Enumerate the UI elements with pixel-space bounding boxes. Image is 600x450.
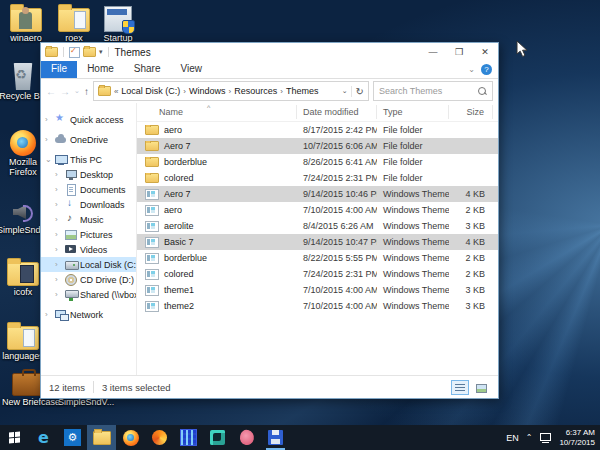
expand-chevron-icon[interactable]: › [55, 275, 62, 284]
sidebar-item[interactable]: › Downloads [41, 197, 136, 212]
taskbar-file-explorer-button[interactable] [87, 425, 116, 450]
expand-chevron-icon[interactable]: › [55, 185, 62, 194]
breadcrumb-separator[interactable]: › [280, 87, 283, 96]
taskbar-floppy-app-button[interactable] [261, 425, 290, 450]
column-header-name[interactable]: Name^ [137, 105, 297, 119]
expand-chevron-icon[interactable]: › [55, 230, 62, 239]
sidebar-item[interactable]: › Shared (\\vboxsrv) | [41, 287, 136, 302]
table-row[interactable]: theme2 7/10/2015 4:00 AM Windows Theme .… [137, 298, 498, 314]
table-row[interactable]: aerolite 8/4/2015 6:26 AM Windows Theme … [137, 218, 498, 234]
refresh-icon[interactable]: ↻ [351, 86, 364, 97]
expand-chevron-icon[interactable]: › [45, 115, 52, 124]
tab-view[interactable]: View [171, 61, 213, 78]
qat-new-folder-icon[interactable] [83, 47, 96, 57]
file-date-modified: 10/7/2015 6:06 AM [297, 141, 377, 151]
taskbar-pink-app-button[interactable] [232, 425, 261, 450]
sidebar-item[interactable]: ⌄ This PC [41, 152, 136, 167]
breadcrumb-segment[interactable]: Resources [234, 86, 277, 96]
taskbar-orange-app-button[interactable] [145, 425, 174, 450]
table-row[interactable]: Aero 7 10/7/2015 6:06 AM File folder [137, 138, 498, 154]
file-size: 3 KB [449, 221, 493, 231]
sidebar-item[interactable]: › Documents [41, 182, 136, 197]
language-indicator[interactable]: EN [506, 433, 519, 443]
file-name: theme2 [164, 301, 194, 311]
breadcrumb-segment[interactable]: Themes [286, 86, 319, 96]
expand-chevron-icon[interactable]: › [55, 245, 62, 254]
back-button[interactable]: ← [46, 86, 56, 97]
details-view-button[interactable] [451, 380, 469, 395]
sidebar-item-label: Shared (\\vboxsrv) | [80, 290, 136, 300]
expand-chevron-icon[interactable]: › [55, 170, 62, 179]
file-explorer-window: ▾ Themes — ❒ ✕ File Home Share View ⌄ ? … [40, 42, 499, 399]
column-header-type[interactable]: Type [377, 105, 449, 119]
taskbar-edge-button[interactable]: e [29, 425, 58, 450]
address-dropdown-icon[interactable]: ⌄ [342, 87, 348, 95]
file-type: Windows Theme ... [377, 237, 449, 247]
sidebar-item-icon [65, 274, 77, 285]
taskbar-firefox-button[interactable] [116, 425, 145, 450]
breadcrumb-separator[interactable]: › [183, 87, 186, 96]
column-header-size[interactable]: Size [449, 105, 493, 119]
taskbar-settings-button[interactable]: ⚙ [58, 425, 87, 450]
network-icon[interactable] [539, 432, 552, 443]
file-name: colored [164, 173, 194, 183]
sidebar-item[interactable]: › CD Drive (D:) J_CCS [41, 272, 136, 287]
sidebar-item[interactable]: › Quick access [41, 112, 136, 127]
minimize-button[interactable]: — [420, 43, 446, 61]
expand-chevron-icon[interactable]: › [55, 200, 62, 209]
breadcrumb-segment[interactable]: Windows [189, 86, 226, 96]
file-date-modified: 7/24/2015 2:31 PM [297, 173, 377, 183]
close-button[interactable]: ✕ [472, 43, 498, 61]
expand-chevron-icon[interactable]: › [45, 310, 52, 319]
taskbar-teal-app-button[interactable] [203, 425, 232, 450]
table-row[interactable]: theme1 7/10/2015 4:00 AM Windows Theme .… [137, 282, 498, 298]
qat-properties-icon[interactable] [69, 47, 80, 58]
edge-icon: e [38, 428, 49, 447]
start-button[interactable] [0, 425, 29, 450]
table-row[interactable]: aero 7/10/2015 4:00 AM Windows Theme ...… [137, 202, 498, 218]
forward-button[interactable]: → [60, 86, 70, 97]
file-name: Basic 7 [164, 237, 194, 247]
large-icons-view-button[interactable] [472, 380, 490, 395]
expand-chevron-icon[interactable]: › [45, 135, 52, 144]
breadcrumb-segment[interactable]: Local Disk (C:) [121, 86, 180, 96]
qat-customize-dropdown[interactable]: ▾ [99, 48, 103, 56]
title-bar[interactable]: ▾ Themes — ❒ ✕ [41, 43, 498, 61]
expand-chevron-icon[interactable]: › [55, 290, 62, 299]
sidebar-item[interactable]: › OneDrive [41, 132, 136, 147]
help-icon[interactable]: ? [481, 64, 492, 75]
table-row[interactable]: Aero 7 9/14/2015 10:46 PM Windows Theme … [137, 186, 498, 202]
sidebar-item[interactable]: › Pictures [41, 227, 136, 242]
expand-chevron-icon[interactable]: › [55, 260, 62, 269]
expand-chevron-icon[interactable]: › [55, 215, 62, 224]
up-button[interactable]: ↑ [84, 86, 89, 97]
table-row[interactable]: Basic 7 9/14/2015 10:47 PM Windows Theme… [137, 234, 498, 250]
column-header-date-modified[interactable]: Date modified [297, 105, 377, 119]
table-row[interactable]: colored 7/24/2015 2:31 PM Windows Theme … [137, 266, 498, 282]
ribbon-collapse-icon[interactable]: ⌄ [468, 65, 475, 74]
breadcrumb-separator[interactable]: › [229, 87, 232, 96]
table-row[interactable]: colored 7/24/2015 2:31 PM File folder [137, 170, 498, 186]
desktop-icon-startup[interactable]: Startup [92, 4, 144, 44]
maximize-button[interactable]: ❒ [446, 43, 472, 61]
sidebar-item-icon [65, 169, 77, 180]
desktop-icon-winaero[interactable]: winaero [0, 4, 52, 44]
clock[interactable]: 6:37 AM 10/7/2015 [559, 428, 595, 448]
taskbar-grid-app-button[interactable] [174, 425, 203, 450]
expand-chevron-icon[interactable]: ⌄ [45, 155, 52, 164]
tab-home[interactable]: Home [77, 61, 124, 78]
sidebar-item[interactable]: › Local Disk (C:) [41, 257, 136, 272]
table-row[interactable]: borderblue 8/22/2015 5:55 PM Windows The… [137, 250, 498, 266]
table-row[interactable]: borderblue 8/26/2015 6:41 AM File folder [137, 154, 498, 170]
address-bar[interactable]: « Local Disk (C:) › Windows › Resources … [93, 81, 369, 101]
sidebar-item[interactable]: › Videos [41, 242, 136, 257]
tab-file[interactable]: File [41, 61, 77, 78]
sidebar-item[interactable]: › Music [41, 212, 136, 227]
tray-chevron-icon[interactable]: ⌃ [526, 433, 533, 442]
recent-locations-dropdown[interactable]: ⌄ [74, 87, 80, 95]
table-row[interactable]: aero 8/17/2015 2:42 PM File folder [137, 122, 498, 138]
tab-share[interactable]: Share [124, 61, 171, 78]
sidebar-item[interactable]: › Network [41, 307, 136, 322]
sidebar-item[interactable]: › Desktop [41, 167, 136, 182]
search-input[interactable]: Search Themes [373, 81, 493, 101]
